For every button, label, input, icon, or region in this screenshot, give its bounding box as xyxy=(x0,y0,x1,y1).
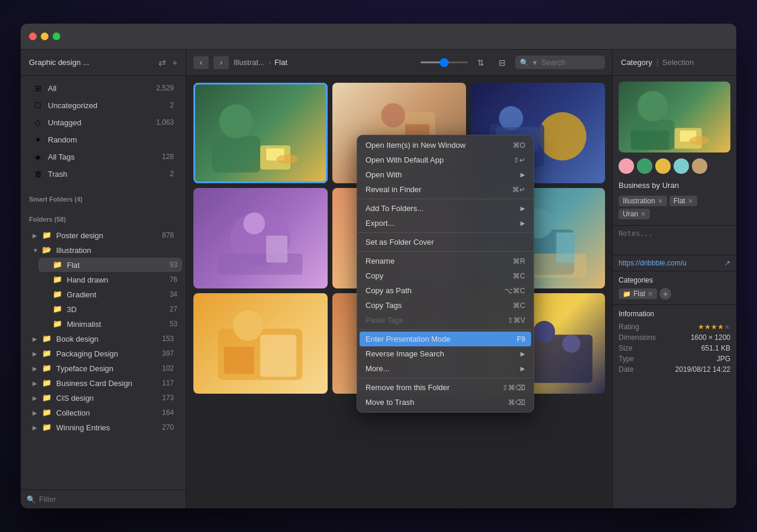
swatch-5 xyxy=(692,158,707,174)
folder-winning[interactable]: ▶ 📁 Winning Entries 270 xyxy=(24,420,182,434)
trash-icon: 🗑 xyxy=(33,168,43,179)
tab-category[interactable]: Category xyxy=(621,56,652,69)
back-button[interactable]: ‹ xyxy=(193,56,209,69)
ctx-item-shortcut: ⇧⌘⌫ xyxy=(502,384,525,392)
subfolder-flat[interactable]: 📁 Flat 93 xyxy=(38,258,182,272)
ctx-separator-3 xyxy=(357,251,533,252)
illustration-7 xyxy=(193,293,328,394)
tag-label: Uran xyxy=(623,210,638,218)
ctx-presentation-mode[interactable]: Enter Presentation Mode F9 xyxy=(360,332,531,346)
sidebar: Graphic design ... ⇄ + ⊞ All 2,529 ☐ xyxy=(21,50,186,508)
ctx-open-with[interactable]: Open With ▶ xyxy=(357,167,533,182)
sidebar-item-trash[interactable]: 🗑 Trash 2 xyxy=(24,166,182,182)
sidebar-actions: ⇄ + xyxy=(158,57,177,68)
sort-button[interactable]: ⇅ xyxy=(473,54,489,71)
subfolder-3d[interactable]: 📁 3D 27 xyxy=(38,302,182,316)
folder-packaging[interactable]: ▶ 📁 Packaging Design 397 xyxy=(24,346,182,361)
ctx-more[interactable]: More... ▶ xyxy=(357,361,533,376)
folder-cis[interactable]: ▶ 📁 CIS design 173 xyxy=(24,391,182,405)
tag-remove-icon[interactable]: ✕ xyxy=(658,197,663,205)
ctx-open-default[interactable]: Open With Default App ⇧↵ xyxy=(357,153,533,167)
tag-remove-icon[interactable]: ✕ xyxy=(688,197,693,205)
filter-input[interactable] xyxy=(39,495,180,504)
ctx-reverse-image-search[interactable]: Reverse Image Search ▶ xyxy=(357,346,533,361)
add-folder-icon[interactable]: + xyxy=(172,57,177,68)
size-key: Size xyxy=(619,344,632,352)
ctx-item-shortcut: ⌘⌫ xyxy=(508,398,525,407)
subfolder-icon: 📁 xyxy=(53,275,62,284)
folder-typeface[interactable]: ▶ 📁 Typeface Design 102 xyxy=(24,361,182,375)
svg-point-6 xyxy=(381,103,405,127)
subfolder-gradient[interactable]: 📁 Gradient 34 xyxy=(38,287,182,301)
submenu-arrow-icon: ▶ xyxy=(520,365,525,372)
zoom-slider[interactable] xyxy=(420,61,468,63)
ctx-set-cover[interactable]: Set as Folder Cover xyxy=(357,235,533,249)
ctx-export[interactable]: Export... ▶ xyxy=(357,216,533,231)
folder-business-card[interactable]: ▶ 📁 Business Card Design 117 xyxy=(24,376,182,390)
tag-flat[interactable]: Flat ✕ xyxy=(669,196,697,206)
ctx-item-label: More... xyxy=(365,364,517,373)
breadcrumb-parent[interactable]: Illustrat... xyxy=(234,58,265,67)
svg-rect-27 xyxy=(260,335,296,377)
folder-collection[interactable]: ▶ 📁 Collection 164 xyxy=(24,406,182,420)
add-category-button[interactable]: + xyxy=(659,288,671,300)
folder-count: 53 xyxy=(170,320,177,328)
ctx-item-label: Reveal in Finder xyxy=(365,185,512,194)
ctx-copy-tags[interactable]: Copy Tags ⌘C xyxy=(357,298,533,313)
traffic-lights xyxy=(29,33,60,40)
ctx-copy-as-path[interactable]: Copy as Path ⌥⌘C xyxy=(357,283,533,298)
tab-selection[interactable]: Selection xyxy=(662,56,694,69)
folder-poster-design[interactable]: ▶ 📁 Poster design 878 xyxy=(24,228,182,242)
main-window: Graphic design ... ⇄ + ⊞ All 2,529 ☐ xyxy=(21,24,736,508)
categories-label: Categories xyxy=(619,276,730,284)
grid-item-7[interactable] xyxy=(193,293,328,394)
maximize-button[interactable] xyxy=(53,33,60,40)
submenu-arrow-icon: ▶ xyxy=(520,220,525,226)
type-key: Type xyxy=(619,355,634,363)
ctx-item-label: Reverse Image Search xyxy=(365,349,517,358)
folder-small-icon: 📁 xyxy=(623,290,631,298)
forward-button[interactable]: › xyxy=(213,56,229,69)
folder-book-design[interactable]: ▶ 📁 Book design 153 xyxy=(24,332,182,346)
folder-label: Minimalist xyxy=(67,320,170,329)
sidebar-item-random[interactable]: ✦ Random xyxy=(24,131,182,148)
tag-remove-icon[interactable]: ✕ xyxy=(640,210,646,218)
grid-item-4[interactable] xyxy=(193,188,328,288)
ctx-copy[interactable]: Copy ⌘C xyxy=(357,268,533,283)
search-input[interactable] xyxy=(541,58,600,67)
svg-rect-15 xyxy=(218,253,303,274)
folder-icon: 📁 xyxy=(42,378,51,388)
subfolder-minimalist[interactable]: 📁 Minimalist 53 xyxy=(38,317,182,331)
filter-button[interactable]: ⊟ xyxy=(494,54,510,71)
ctx-remove-folder[interactable]: Remove from this Folder ⇧⌘⌫ xyxy=(357,380,533,395)
tag-illustration[interactable]: Illustration ✕ xyxy=(619,196,667,206)
grid-item-1[interactable] xyxy=(193,83,328,183)
tag-remove-icon[interactable]: ✕ xyxy=(648,290,653,298)
close-button[interactable] xyxy=(29,33,37,40)
sidebar-item-untagged[interactable]: ◇ Untagged 1,063 xyxy=(24,114,182,131)
notes-textarea[interactable] xyxy=(613,225,736,255)
folder-count: 153 xyxy=(162,335,174,343)
external-link-icon[interactable]: ↗ xyxy=(724,259,730,267)
svg-point-26 xyxy=(233,310,263,340)
folder-count: 76 xyxy=(170,275,177,284)
sort-icon[interactable]: ⇄ xyxy=(158,57,166,68)
sidebar-item-all-tags[interactable]: ◈ All Tags 128 xyxy=(24,148,182,165)
sidebar-title: Graphic design ... xyxy=(29,58,158,67)
tag-uran[interactable]: Uran ✕ xyxy=(619,209,650,219)
sidebar-item-all[interactable]: ⊞ All 2,529 xyxy=(24,80,182,96)
folder-illustration[interactable]: ▼ 📂 Illustration xyxy=(24,243,182,257)
category-tag-flat[interactable]: 📁 Flat ✕ xyxy=(619,288,657,299)
subfolder-hand-drawn[interactable]: 📁 Hand drawn 76 xyxy=(38,273,182,287)
ctx-move-trash[interactable]: Move to Trash ⌘⌫ xyxy=(357,395,533,410)
minimize-button[interactable] xyxy=(41,33,48,40)
folder-count: 27 xyxy=(170,305,177,313)
illustration-svg-1 xyxy=(200,88,321,179)
sidebar-item-uncategorized[interactable]: ☐ Uncategorized 2 xyxy=(24,97,182,113)
ctx-open-new-window[interactable]: Open Item(s) in New Window ⌘O xyxy=(357,138,533,153)
ctx-add-folders[interactable]: Add To Folders... ▶ xyxy=(357,201,533,216)
ctx-reveal-finder[interactable]: Reveal in Finder ⌘↵ xyxy=(357,182,533,197)
ctx-rename[interactable]: Rename ⌘R xyxy=(357,254,533,268)
subfolder-group: 📁 Flat 93 📁 Hand drawn 76 📁 xyxy=(35,258,186,331)
size-value: 651.1 KB xyxy=(701,344,730,352)
